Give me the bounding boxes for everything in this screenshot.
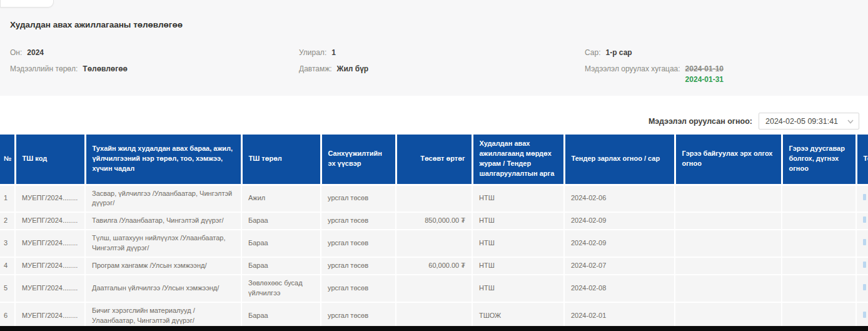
table-cell xyxy=(675,275,782,302)
table-row: 4МУЕПГ/2024........Програм хангамж /Улсы… xyxy=(0,257,868,275)
table-cell: НТШ xyxy=(472,275,564,302)
clipped-link-fragment[interactable] xyxy=(863,284,866,290)
table-cell xyxy=(782,230,856,257)
month-value: 1-р сар xyxy=(605,48,632,57)
table-cell: Бараа xyxy=(241,230,321,257)
frequency-label: Давтамж: xyxy=(299,64,332,73)
column-header: Төсөвт өртөг xyxy=(396,135,472,185)
meta-frequency: Давтамж:Жил бүр xyxy=(299,64,368,73)
table-cell: 3 xyxy=(0,230,15,257)
table-cell: МУЕПГ/2024........ xyxy=(15,185,85,212)
clipped-link-fragment[interactable] xyxy=(863,262,866,268)
table-cell xyxy=(396,230,472,257)
frequency-value: Жил бүр xyxy=(337,64,369,73)
table-cell: 2024-02-08 xyxy=(564,275,675,302)
column-header: Тендер зарлах огноо / сар xyxy=(564,135,675,185)
table-cell: Бичиг хэрэгслийн материалууд /Улаанбаата… xyxy=(85,302,241,326)
page-title: Худалдан авах ажиллагааны төлөвлөгөө xyxy=(10,20,183,29)
table-cell: урсгал төсөв xyxy=(321,302,396,326)
table-cell xyxy=(782,257,856,275)
info-type-label: Мэдээллийн төрөл: xyxy=(10,64,78,73)
table-row: 6МУЕПГ/2024........Бичиг хэрэгслийн мате… xyxy=(0,302,868,326)
table-header-row: №ТШ кодТухайн жилд худалдан авах бараа, … xyxy=(0,135,868,185)
meta-year: Он:2024 xyxy=(10,48,44,57)
table-cell xyxy=(675,185,782,212)
column-header: ТШ код xyxy=(15,135,85,185)
table-cell: Даатгалын үйлчилгээ /Улсын хэмжээнд/ xyxy=(85,275,241,302)
table-cell: Ажил xyxy=(241,185,321,212)
table-cell xyxy=(675,302,782,326)
header-band: Худалдан авах ажиллагааны төлөвлөгөө Он:… xyxy=(0,0,868,96)
table-cell xyxy=(856,302,868,326)
deadline-old-date: 2024-01-10 xyxy=(685,64,724,73)
column-header: ТШ төрөл xyxy=(241,135,321,185)
table-cell: 2024-02-01 xyxy=(564,302,675,326)
table-cell: 4 xyxy=(0,257,15,275)
table-cell: МУЕПГ/2024........ xyxy=(15,212,85,230)
table-cell: МУЕПГ/2024........ xyxy=(15,230,85,257)
table-row: 2МУЕПГ/2024........Тавилга /Улаанбаатар,… xyxy=(0,212,868,230)
table-cell xyxy=(782,302,856,326)
meta-info-type: Мэдээллийн төрөл:Төлөвлөгөө xyxy=(10,64,128,73)
month-label: Сар: xyxy=(585,48,600,57)
table-cell: 2024-02-09 xyxy=(564,230,675,257)
table-cell: МУЕПГ/2024........ xyxy=(15,257,85,275)
table-cell: урсгал төсөв xyxy=(321,212,396,230)
table-cell: МУЕПГ/2024........ xyxy=(15,302,85,326)
info-type-value: Төлөвлөгөө xyxy=(83,64,127,73)
table-row: 1МУЕПГ/2024........Засвар, үйлчилгээ /Ул… xyxy=(0,185,868,212)
entry-date-value: 2024-02-05 09:31:41 xyxy=(765,117,838,126)
deadline-new-date: 2024-01-31 xyxy=(685,75,724,84)
table-cell: НТШ xyxy=(472,185,564,212)
table-row: 5МУЕПГ/2024........Даатгалын үйлчилгээ /… xyxy=(0,275,868,302)
column-header: № xyxy=(0,135,15,185)
table-cell: НТШ xyxy=(472,257,564,275)
table-cell xyxy=(675,230,782,257)
table-cell xyxy=(856,230,868,257)
table-cell xyxy=(856,275,868,302)
table-row: 3МУЕПГ/2024........Түлш, шатахуун нийлүү… xyxy=(0,230,868,257)
table-cell: Програм хангамж /Улсын хэмжээнд/ xyxy=(85,257,241,275)
column-header: Худалдан авах ажиллагаанд мөрдөх журам /… xyxy=(472,135,564,185)
table-cell: урсгал төсөв xyxy=(321,275,396,302)
clipped-link-fragment[interactable] xyxy=(863,239,866,245)
quarter-value: 1 xyxy=(331,48,336,57)
entry-date-select[interactable]: 2024-02-05 09:31:41 xyxy=(759,113,859,130)
table-cell xyxy=(856,185,868,212)
table-cell: 5 xyxy=(0,275,15,302)
procurement-plan-table: №ТШ кодТухайн жилд худалдан авах бараа, … xyxy=(0,135,868,326)
table-cell: урсгал төсөв xyxy=(321,230,396,257)
table-cell xyxy=(675,257,782,275)
deadline-label: Мэдээлэл оруулах хугацаа: xyxy=(585,64,680,73)
meta-quarter: Улирал:1 xyxy=(299,48,336,57)
table-cell: НТШ xyxy=(472,212,564,230)
entry-date-label: Мэдээлэл оруулсан огноо: xyxy=(648,117,752,126)
table-cell: урсгал төсөв xyxy=(321,257,396,275)
meta-deadline: Мэдээлэл оруулах хугацаа:2024-01-102024-… xyxy=(585,64,724,84)
table-cell: МУЕПГ/2024........ xyxy=(15,275,85,302)
year-label: Он: xyxy=(10,48,22,57)
table-cell: ТШОЖ xyxy=(472,302,564,326)
table-cell: 60,000.00 ₮ xyxy=(396,257,472,275)
table-cell xyxy=(396,302,472,326)
table-cell: Зөвлөхөөс бусад үйлчилгээ xyxy=(241,275,321,302)
table-cell xyxy=(856,212,868,230)
table-cell: Засвар, үйлчилгээ /Улаанбаатар, Чингэлтэ… xyxy=(85,185,241,212)
table-cell: урсгал төсөв xyxy=(321,185,396,212)
clipped-link-fragment[interactable] xyxy=(863,216,866,223)
chevron-down-icon xyxy=(847,118,854,125)
table-cell xyxy=(675,212,782,230)
table-cell: 2 xyxy=(0,212,15,230)
table-cell: 6 xyxy=(0,302,15,326)
clipped-link-fragment[interactable] xyxy=(863,312,866,318)
table-cell xyxy=(782,185,856,212)
clipped-link-fragment[interactable] xyxy=(863,194,866,200)
bottom-bar xyxy=(0,326,868,331)
meta-month: Сар:1-р сар xyxy=(585,48,632,57)
table-cell xyxy=(782,275,856,302)
column-header: Санхүүжилтийн эх үүсвэр xyxy=(321,135,396,185)
table-cell: НТШ xyxy=(472,230,564,257)
column-header: Тухайн жилд худалдан авах бараа, ажил, ү… xyxy=(85,135,241,185)
procurement-plan-table-wrap: №ТШ кодТухайн жилд худалдан авах бараа, … xyxy=(0,135,868,326)
table-cell xyxy=(396,185,472,212)
